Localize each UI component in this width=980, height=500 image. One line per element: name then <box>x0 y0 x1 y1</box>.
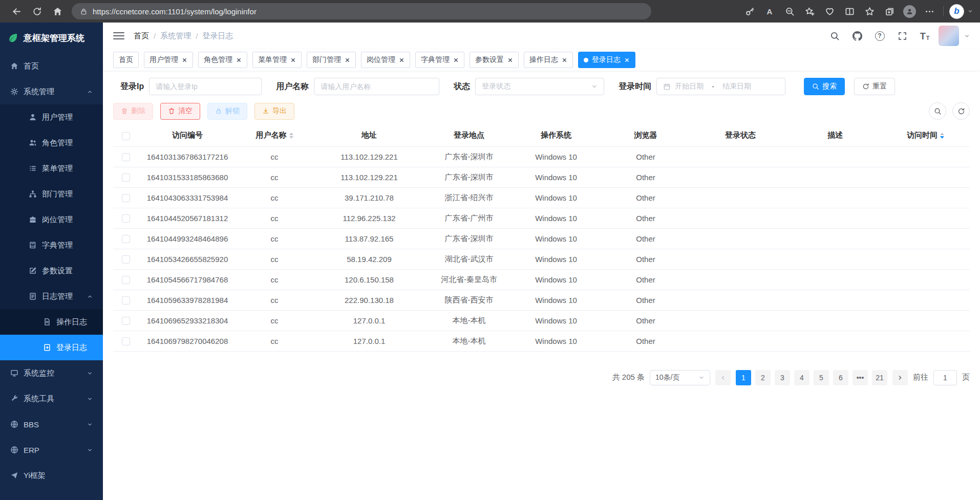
browser-home-icon[interactable] <box>48 2 67 20</box>
profile-icon[interactable] <box>901 3 918 19</box>
browser-back-icon[interactable] <box>7 2 26 20</box>
row-checkbox[interactable] <box>122 317 130 325</box>
goto-page-input[interactable] <box>933 370 957 385</box>
sidebar-item-erp[interactable]: ERP <box>0 437 103 463</box>
row-checkbox[interactable] <box>122 235 130 243</box>
tab-close-icon[interactable] <box>624 57 630 63</box>
sort-icon[interactable] <box>289 133 293 139</box>
sidebar-item-post-management[interactable]: 岗位管理 <box>0 207 103 232</box>
tab[interactable]: 菜单管理 <box>252 52 302 68</box>
tab-close-icon[interactable] <box>236 57 242 63</box>
password-key-icon[interactable] <box>741 3 758 19</box>
tab[interactable]: 字典管理 <box>415 52 464 68</box>
page-button[interactable]: 21 <box>872 370 887 385</box>
address-bar[interactable]: https://ccnetcore.com:1101/system/log/lo… <box>72 3 651 19</box>
row-checkbox[interactable] <box>122 255 130 264</box>
table-row[interactable]: 1641069652933218304 cc 127.0.0.1 本地-本机 W… <box>113 310 970 331</box>
tab-close-icon[interactable] <box>399 57 404 63</box>
search-icon[interactable] <box>826 27 843 45</box>
sidebar-item-yi-framework[interactable]: Yi框架 <box>0 463 103 488</box>
tab-close-icon[interactable] <box>453 57 459 63</box>
split-screen-icon[interactable] <box>841 3 858 19</box>
page-button[interactable]: 2 <box>755 370 771 385</box>
export-button[interactable]: 导出 <box>254 103 294 120</box>
tab-close-icon[interactable] <box>182 57 187 63</box>
tab[interactable]: 首页 <box>113 52 139 68</box>
row-checkbox[interactable] <box>122 276 130 284</box>
tab[interactable]: 登录日志 <box>578 52 635 68</box>
table-row[interactable]: 1641053426655825920 cc 58.19.42.209 湖北省-… <box>113 249 970 269</box>
browser-refresh-icon[interactable] <box>28 2 46 20</box>
page-button[interactable]: 1 <box>736 370 751 385</box>
table-row[interactable]: 1641044993248464896 cc 113.87.92.165 广东省… <box>113 228 970 249</box>
row-checkbox[interactable] <box>122 214 130 223</box>
zoom-out-icon[interactable] <box>781 3 798 19</box>
unlock-button[interactable]: 解锁 <box>207 103 247 120</box>
tab[interactable]: 角色管理 <box>198 52 247 68</box>
page-button[interactable]: 4 <box>794 370 809 385</box>
sort-icon[interactable] <box>940 133 944 139</box>
toggle-search-icon[interactable] <box>929 102 946 120</box>
add-favorite-icon[interactable] <box>801 3 818 19</box>
help-icon[interactable]: ? <box>871 27 888 45</box>
col-username[interactable]: 用户名称 <box>236 125 313 146</box>
table-row[interactable]: 1641044520567181312 cc 112.96.225.132 广东… <box>113 208 970 228</box>
row-checkbox[interactable] <box>122 337 130 345</box>
row-checkbox[interactable] <box>122 173 130 182</box>
refresh-table-icon[interactable] <box>952 102 970 120</box>
sidebar-item-log-management[interactable]: 日志管理 <box>0 284 103 309</box>
sidebar-item-parameter-settings[interactable]: 参数设置 <box>0 258 103 284</box>
next-page-button[interactable] <box>892 370 908 385</box>
sidebar-item-operation-log[interactable]: 操作日志 <box>0 309 103 335</box>
table-row[interactable]: 1641054566717984768 cc 120.6.150.158 河北省… <box>113 269 970 290</box>
sidebar-item-system-management[interactable]: 系统管理 <box>0 79 103 104</box>
sidebar-item-user-management[interactable]: 用户管理 <box>0 104 103 130</box>
page-size-select[interactable]: 10条/页 <box>650 370 710 385</box>
username-input[interactable] <box>314 78 439 95</box>
reset-button[interactable]: 重置 <box>854 78 895 95</box>
sidebar-item-menu-management[interactable]: 菜单管理 <box>0 156 103 181</box>
sidebar-item-bbs[interactable]: BBS <box>0 411 103 437</box>
row-checkbox[interactable] <box>122 296 130 305</box>
overflow-caret-icon[interactable] <box>968 9 973 14</box>
tab-close-icon[interactable] <box>290 57 296 63</box>
bing-copilot-icon[interactable]: b <box>949 4 964 19</box>
tab-close-icon[interactable] <box>345 57 350 63</box>
browser-essentials-icon[interactable] <box>821 3 838 19</box>
tab[interactable]: 部门管理 <box>307 52 356 68</box>
collections-icon[interactable] <box>881 3 898 19</box>
fullscreen-icon[interactable] <box>893 27 911 45</box>
sidebar-toggle[interactable] <box>113 32 124 39</box>
page-button[interactable]: 6 <box>833 370 848 385</box>
sidebar-item-department-management[interactable]: 部门管理 <box>0 181 103 207</box>
page-button[interactable]: ••• <box>853 370 868 385</box>
read-aloud-icon[interactable]: A <box>761 3 778 19</box>
col-access-time[interactable]: 访问时间 <box>881 125 970 146</box>
tab[interactable]: 岗位管理 <box>361 52 410 68</box>
tab[interactable]: 操作日志 <box>524 52 573 68</box>
table-row[interactable]: 1641069798270046208 cc 127.0.0.1 本地-本机 W… <box>113 331 970 351</box>
sidebar-item-login-log[interactable]: 登录日志 <box>0 335 103 360</box>
table-row[interactable]: 1641031367863177216 cc 113.102.129.221 广… <box>113 146 970 167</box>
breadcrumb-home[interactable]: 首页 <box>134 31 149 41</box>
avatar-caret-icon[interactable] <box>964 33 970 39</box>
favorites-icon[interactable] <box>861 3 878 19</box>
delete-button[interactable]: 删除 <box>113 103 153 120</box>
table-row[interactable]: 1641031533185863680 cc 113.102.129.221 广… <box>113 167 970 187</box>
prev-page-button[interactable] <box>715 370 731 385</box>
tab-close-icon[interactable] <box>562 57 567 63</box>
sidebar-item-role-management[interactable]: 角色管理 <box>0 130 103 156</box>
search-button[interactable]: 搜索 <box>804 78 845 95</box>
tab[interactable]: 用户管理 <box>144 52 193 68</box>
page-button[interactable]: 3 <box>775 370 790 385</box>
github-icon[interactable] <box>848 27 866 45</box>
user-avatar[interactable] <box>939 26 959 46</box>
tab-close-icon[interactable] <box>507 57 513 63</box>
status-select[interactable]: 登录状态 <box>475 78 604 95</box>
table-row[interactable]: 1641059633978281984 cc 222.90.130.18 陕西省… <box>113 290 970 310</box>
row-checkbox[interactable] <box>122 194 130 202</box>
clear-button[interactable]: 清空 <box>160 103 200 120</box>
page-button[interactable]: 5 <box>814 370 829 385</box>
tab[interactable]: 参数设置 <box>470 52 519 68</box>
font-size-icon[interactable]: TT <box>916 27 933 45</box>
